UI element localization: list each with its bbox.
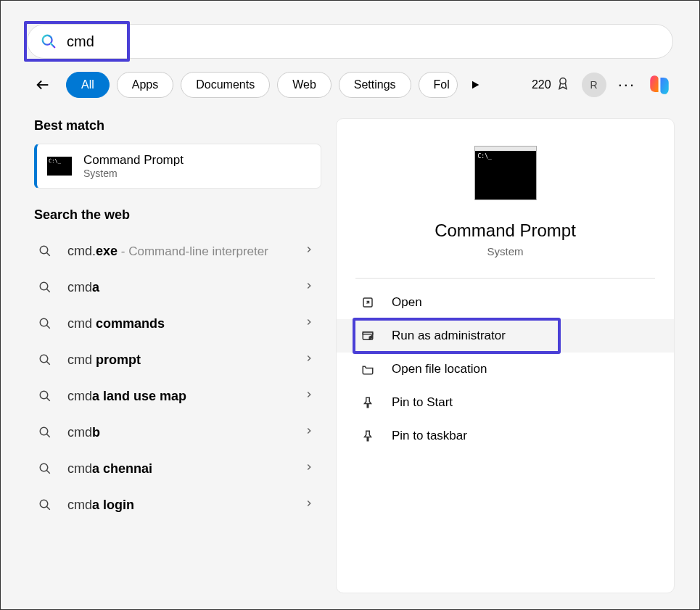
web-result-item[interactable]: cmda login — [34, 487, 321, 523]
shield-admin-icon — [361, 328, 377, 344]
user-avatar[interactable]: R — [582, 73, 606, 97]
chevron-right-icon — [304, 390, 317, 403]
action-pin-to-start[interactable]: Pin to Start — [337, 386, 674, 419]
chevron-right-icon — [304, 244, 317, 257]
svg-line-14 — [46, 397, 50, 401]
svg-point-17 — [40, 463, 48, 471]
filter-apps[interactable]: Apps — [117, 72, 173, 98]
svg-line-8 — [46, 289, 50, 292]
web-result-item[interactable]: cmd prompt — [34, 342, 321, 378]
action-run-admin-label: Run as administrator — [392, 329, 506, 343]
search-web-header: Search the web — [34, 207, 321, 223]
svg-line-20 — [46, 506, 50, 510]
web-result-text: cmda land use map — [67, 389, 304, 404]
web-result-item[interactable]: cmda chennai — [34, 450, 321, 487]
web-result-text: cmdb — [67, 425, 304, 440]
web-result-text: cmd commands — [67, 316, 304, 331]
action-open[interactable]: Open — [337, 286, 674, 319]
chevron-right-icon — [304, 353, 317, 366]
svg-line-18 — [46, 470, 50, 474]
detail-app-icon — [474, 149, 537, 200]
best-match-subtitle: System — [83, 168, 184, 179]
action-open-file-location[interactable]: Open file location — [337, 353, 674, 386]
svg-point-4 — [559, 78, 565, 83]
points-value: 220 — [532, 78, 551, 91]
svg-marker-3 — [472, 81, 479, 89]
rewards-points[interactable]: 220 — [532, 76, 570, 94]
folder-icon — [361, 361, 377, 377]
pin-icon — [361, 428, 377, 444]
command-prompt-icon — [47, 157, 72, 176]
svg-point-11 — [40, 355, 48, 363]
svg-line-10 — [46, 325, 50, 329]
web-result-item[interactable]: cmd.exe - Command-line interpreter — [34, 233, 321, 269]
filter-settings[interactable]: Settings — [339, 72, 411, 98]
web-result-item[interactable]: cmdb — [34, 414, 321, 450]
search-icon — [38, 424, 54, 440]
best-match-result[interactable]: Command Prompt System — [34, 144, 321, 189]
action-open-label: Open — [392, 295, 422, 310]
chevron-right-icon — [304, 462, 317, 475]
svg-point-7 — [40, 282, 48, 290]
copilot-icon[interactable] — [647, 72, 673, 98]
more-filters-play-icon[interactable] — [469, 77, 485, 93]
ribbon-icon — [556, 76, 570, 94]
back-arrow-icon[interactable] — [33, 75, 53, 95]
action-open-location-label: Open file location — [392, 362, 487, 376]
open-icon — [361, 294, 377, 310]
filter-folders[interactable]: Fol — [419, 72, 458, 98]
search-icon — [41, 33, 57, 49]
web-result-item[interactable]: cmda land use map — [34, 378, 321, 414]
detail-panel: Command Prompt System Open Run as admini… — [336, 118, 675, 593]
search-box[interactable] — [27, 24, 673, 59]
filter-all[interactable]: All — [66, 72, 110, 98]
svg-line-16 — [46, 434, 50, 437]
svg-line-12 — [46, 361, 50, 365]
search-icon — [38, 243, 54, 259]
svg-point-19 — [40, 500, 48, 508]
svg-point-5 — [40, 246, 48, 254]
web-result-text: cmd.exe - Command-line interpreter — [67, 244, 304, 259]
web-result-item[interactable]: cmd commands — [34, 305, 321, 342]
search-icon — [38, 316, 54, 331]
chevron-right-icon — [304, 498, 317, 511]
web-result-text: cmda login — [67, 498, 304, 513]
action-pin-to-taskbar[interactable]: Pin to taskbar — [337, 419, 674, 453]
web-result-text: cmda chennai — [67, 461, 304, 477]
action-pin-start-label: Pin to Start — [392, 395, 453, 410]
filter-web[interactable]: Web — [277, 72, 332, 98]
filter-row: All Apps Documents Web Settings Fol 220 … — [1, 59, 699, 98]
web-result-text: cmd prompt — [67, 353, 304, 368]
svg-point-9 — [40, 318, 48, 326]
svg-rect-23 — [363, 332, 373, 334]
more-options-icon[interactable]: ··· — [618, 75, 635, 94]
search-icon — [38, 497, 54, 513]
detail-title: Command Prompt — [337, 220, 674, 241]
svg-point-13 — [40, 391, 48, 399]
filter-documents[interactable]: Documents — [181, 72, 270, 98]
svg-point-15 — [40, 427, 48, 435]
svg-line-1 — [51, 44, 55, 48]
action-pin-taskbar-label: Pin to taskbar — [392, 429, 467, 443]
chevron-right-icon — [304, 426, 317, 439]
search-icon — [38, 461, 54, 477]
svg-line-6 — [46, 252, 50, 256]
search-icon — [38, 352, 54, 368]
search-input[interactable] — [67, 33, 659, 50]
chevron-right-icon — [304, 281, 317, 294]
best-match-header: Best match — [34, 118, 321, 133]
search-icon — [38, 388, 54, 404]
search-icon — [38, 279, 54, 295]
pin-icon — [361, 395, 377, 411]
action-run-as-administrator[interactable]: Run as administrator — [337, 319, 674, 353]
best-match-title: Command Prompt — [83, 153, 184, 168]
web-result-item[interactable]: cmda — [34, 269, 321, 305]
detail-subtitle: System — [337, 245, 674, 257]
web-result-text: cmda — [67, 280, 304, 295]
chevron-right-icon — [304, 317, 317, 330]
